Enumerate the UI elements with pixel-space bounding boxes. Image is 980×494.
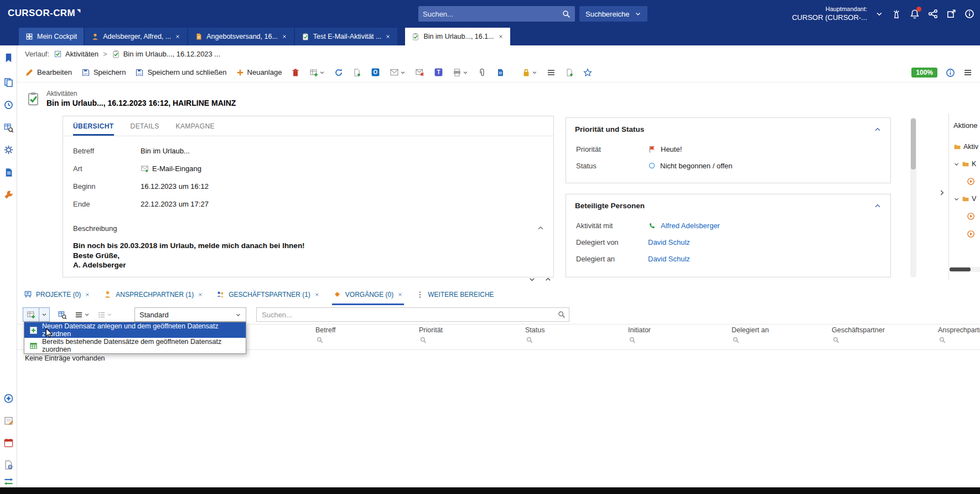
save-button[interactable]: Speichern	[81, 68, 126, 77]
column-header-geschaeftspartner[interactable]: Geschäftspartner	[832, 326, 885, 334]
menu-item-assign-existing[interactable]: Bereits bestehende Datensätze dem geöffn…	[24, 338, 246, 353]
chevron-down-icon[interactable]	[953, 196, 960, 202]
breadcrumb-item-record[interactable]: Bin im Urlaub..., 16.12.2023 ...	[112, 50, 221, 58]
column-header-ansprechpartner[interactable]: Ansprechpartner	[938, 326, 980, 334]
info-icon[interactable]	[946, 68, 955, 78]
add-record-dropdown-caret[interactable]	[39, 308, 49, 321]
menu-icon[interactable]	[75, 311, 90, 319]
view-select[interactable]: Standard	[134, 307, 246, 322]
beacon-icon[interactable]	[891, 9, 901, 19]
history-icon[interactable]	[3, 100, 14, 110]
compass-icon[interactable]	[3, 393, 14, 404]
subtab-ansprechpartner[interactable]: ANSPRECHPARTNER (1)	[102, 285, 204, 305]
save-close-button[interactable]: Speichern und schließen	[135, 68, 226, 77]
lock-icon[interactable]	[522, 68, 537, 77]
tab-uebersicht[interactable]: ÜBERSICHT	[73, 116, 114, 136]
info-icon[interactable]	[965, 9, 974, 19]
numbered-list-icon[interactable]	[97, 311, 112, 319]
new-linked-document-icon[interactable]	[565, 68, 574, 77]
table-search-icon[interactable]	[58, 310, 67, 320]
edit-button[interactable]: Bearbeiten	[25, 68, 72, 77]
action-item[interactable]	[967, 230, 980, 238]
column-filter-icon[interactable]	[733, 337, 739, 343]
share-icon[interactable]	[928, 9, 938, 19]
column-header-status[interactable]: Status	[525, 326, 545, 334]
close-icon[interactable]	[385, 34, 391, 39]
close-icon[interactable]	[85, 292, 90, 297]
teams-icon[interactable]	[434, 68, 443, 77]
collapse-chevron-up-icon[interactable]	[537, 224, 545, 232]
note-icon[interactable]	[3, 415, 14, 426]
collapse-chevron-up-icon[interactable]	[874, 126, 882, 133]
action-item[interactable]	[967, 212, 980, 220]
attachment-icon[interactable]	[478, 68, 486, 77]
global-search-input[interactable]	[423, 10, 562, 18]
chevron-down-icon[interactable]	[532, 70, 537, 75]
document-gear-icon[interactable]	[3, 460, 14, 470]
wrench-icon[interactable]	[3, 189, 14, 200]
send-mail-icon[interactable]	[390, 68, 406, 77]
chevron-down-icon[interactable]	[319, 70, 325, 75]
tab-bin-im-urlaub[interactable]: Bin im Urlaub..., 16.1...	[405, 28, 510, 45]
scrollbar-thumb[interactable]	[950, 267, 971, 271]
subtab-geschaeftspartner[interactable]: GESCHÄFTSPARTNER (1)	[215, 285, 321, 305]
new-document-icon[interactable]	[352, 68, 361, 77]
tab-adelsberger[interactable]: Adelsberger, Alfred, ...	[85, 28, 187, 45]
delete-icon[interactable]	[291, 68, 300, 77]
export-document-icon[interactable]	[496, 68, 505, 77]
grid-search-input[interactable]	[256, 307, 569, 322]
close-icon[interactable]	[397, 292, 403, 297]
list-icon[interactable]	[547, 68, 556, 77]
close-icon[interactable]	[498, 34, 504, 39]
subtab-weitere-bereiche[interactable]: WEITERE BEREICHE	[415, 285, 495, 305]
column-filter-icon[interactable]	[939, 337, 946, 343]
outlook-icon[interactable]	[371, 68, 380, 77]
scrollbar-thumb[interactable]	[911, 119, 916, 169]
add-record-button[interactable]	[23, 308, 39, 321]
column-header-delegiert-an[interactable]: Delegiert an	[732, 326, 769, 334]
copy-pages-icon[interactable]	[3, 77, 14, 88]
swap-arrows-icon[interactable]	[3, 476, 14, 487]
collapse-up-icon[interactable]	[545, 276, 552, 283]
tab-angebotsversand[interactable]: Angebotsversand, 16...	[188, 28, 294, 45]
table-search-icon[interactable]	[3, 122, 14, 133]
actions-tree-root[interactable]: Aktiv	[953, 143, 980, 151]
tenant-chevron-down-icon[interactable]	[875, 10, 883, 18]
menu-item-new-record[interactable]: Neuen Datensatz anlegen und dem geöffnet…	[24, 322, 246, 338]
notifications-bell-icon[interactable]	[910, 9, 920, 19]
column-header-prioritaet[interactable]: Priorität	[419, 326, 443, 334]
person-link[interactable]: Alfred Adelsberger	[661, 222, 720, 230]
tenant-selector[interactable]: Hauptmandant: CURSOR (CURSOR-...	[792, 5, 867, 22]
close-icon[interactable]	[282, 34, 287, 39]
collapse-chevron-up-icon[interactable]	[874, 202, 882, 210]
close-icon[interactable]	[314, 292, 320, 297]
search-scope-button[interactable]: Suchbereiche	[579, 6, 647, 22]
document-icon[interactable]	[3, 167, 14, 178]
person-link[interactable]: David Schulz	[648, 238, 690, 246]
tab-details[interactable]: DETAILS	[131, 116, 159, 136]
table-add-icon[interactable]	[309, 68, 325, 77]
column-header-initiator[interactable]: Initiator	[628, 326, 651, 334]
panel-expander-chevron-right-icon[interactable]	[937, 186, 946, 199]
column-filter-icon[interactable]	[420, 337, 427, 343]
main-vertical-scrollbar[interactable]	[910, 117, 916, 277]
print-icon[interactable]	[453, 68, 468, 77]
gear-icon[interactable]	[3, 145, 14, 155]
mail-remove-icon[interactable]	[415, 68, 424, 77]
actions-tree-node[interactable]: K	[953, 160, 980, 168]
chevron-down-icon[interactable]	[400, 70, 406, 75]
open-external-icon[interactable]	[946, 9, 956, 19]
column-filter-icon[interactable]	[317, 337, 323, 343]
calendar-icon[interactable]	[3, 438, 14, 448]
subtab-vorgaenge[interactable]: VORGÄNGE (0)	[332, 285, 404, 305]
column-header-betreff[interactable]: Betreff	[315, 326, 336, 334]
tab-test-email-aktivitaet[interactable]: Test E-Mail-Aktivität ...	[295, 28, 398, 45]
menu-icon[interactable]	[963, 68, 972, 77]
action-item[interactable]	[967, 177, 980, 186]
close-icon[interactable]	[198, 292, 203, 297]
bookmark-icon[interactable]	[3, 53, 14, 63]
column-filter-icon[interactable]	[526, 337, 533, 343]
tab-kampagne[interactable]: KAMPAGNE	[176, 116, 215, 136]
subtab-projekte[interactable]: PROJEKTE (0)	[23, 285, 91, 305]
chevron-down-icon[interactable]	[463, 70, 468, 75]
